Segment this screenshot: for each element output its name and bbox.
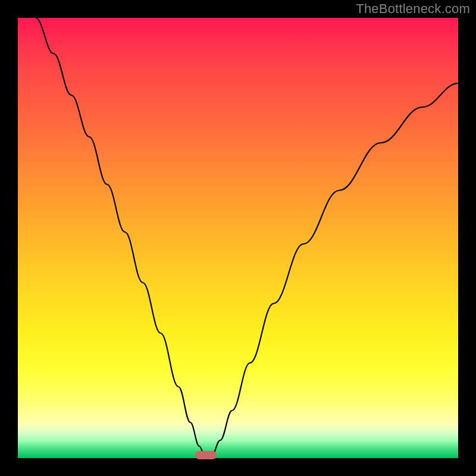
chart-frame: TheBottleneck.com [0, 0, 476, 476]
optimal-marker [195, 451, 217, 459]
watermark-text: TheBottleneck.com [356, 1, 470, 17]
curve-left-branch [36, 18, 205, 457]
curve-right-branch [211, 83, 458, 457]
plot-area [18, 18, 458, 458]
bottleneck-curve [18, 18, 458, 458]
